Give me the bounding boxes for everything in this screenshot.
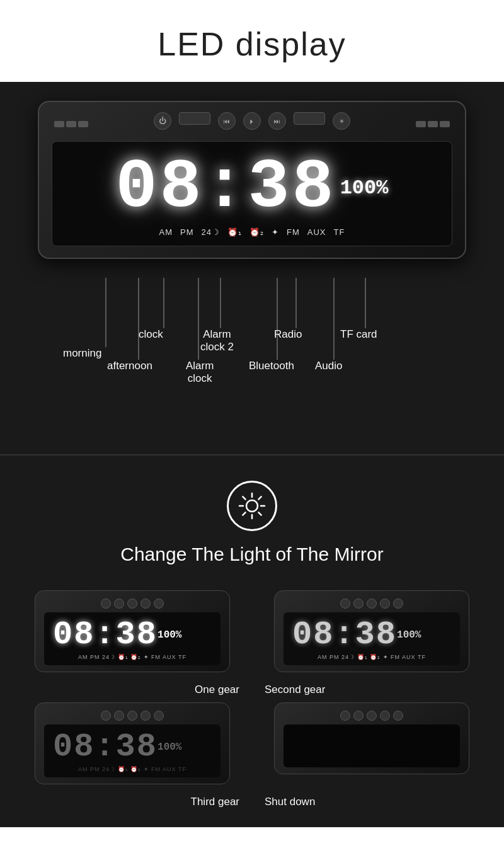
mini-indicators-second: AM PM 24☽ ⏰₁ ⏰₂ ✦ FM AUX TF bbox=[292, 654, 451, 660]
page-title: LED display bbox=[13, 25, 491, 63]
mini-btn-1 bbox=[101, 598, 111, 609]
mini-indicators-one: AM PM 24☽ ⏰₁ ⏰₂ ✦ FM AUX TF bbox=[53, 654, 212, 660]
stripe-2 bbox=[66, 121, 76, 127]
mini-btn-s3 bbox=[367, 598, 377, 609]
mini-btn-s5 bbox=[393, 598, 403, 609]
button-play[interactable]: ⏵ bbox=[243, 112, 261, 130]
indicator-tf: TF bbox=[334, 227, 345, 237]
mini-clock-off bbox=[274, 702, 469, 774]
label-clock: clock bbox=[139, 328, 163, 341]
clock-buttons-row: ⏻ ⏮ ⏵ ⏭ ☀ bbox=[154, 112, 350, 130]
mini-btn-5 bbox=[154, 598, 164, 609]
gear-label-second: Second gear bbox=[265, 684, 325, 696]
indicator-alarm2: ⏰₂ bbox=[249, 227, 264, 237]
mini-digits-third: 08:38 bbox=[53, 731, 158, 764]
right-stripe bbox=[416, 121, 450, 127]
stripe-6 bbox=[440, 121, 450, 127]
indicator-aux: AUX bbox=[307, 227, 326, 237]
mini-btn-t5 bbox=[154, 711, 164, 721]
mini-digits-one: 08:38 bbox=[53, 619, 158, 651]
mini-buttons-one bbox=[44, 598, 220, 609]
clock-time-display: 08:38 bbox=[116, 153, 336, 222]
mini-btn-3 bbox=[127, 598, 137, 609]
gear-label-second-container: Second gear bbox=[252, 684, 491, 696]
svg-line-15 bbox=[258, 512, 261, 515]
sun-icon bbox=[237, 491, 267, 521]
light-icon-circle bbox=[227, 481, 277, 531]
gear-label-off-container: Shut down bbox=[252, 796, 491, 808]
title-section: LED display bbox=[0, 0, 504, 82]
clock-indicators: AM PM 24☽ ⏰₁ ⏰₂ ✦ FM AUX TF bbox=[67, 227, 437, 237]
gear-label-one-container: One gear bbox=[13, 684, 252, 696]
indicator-alarm1: ⏰₁ bbox=[227, 227, 242, 237]
gear-cell-off bbox=[252, 696, 491, 796]
mini-btn-4 bbox=[140, 598, 151, 609]
label-radio: Radio bbox=[274, 328, 302, 341]
indicator-24h: 24☽ bbox=[202, 227, 220, 237]
button-clock[interactable] bbox=[294, 112, 325, 125]
mini-time-row-third: 08:38 100% bbox=[53, 731, 212, 764]
label-bluetooth: Bluetooth bbox=[249, 360, 294, 372]
label-alarm-clock: Alarmclock bbox=[186, 360, 214, 385]
mini-clock-third: 08:38 100% AM PM 24☽ ⏰₁ ⏰₂ ✦ FM AUX TF bbox=[35, 702, 230, 784]
button-power[interactable]: ⏻ bbox=[154, 112, 171, 130]
mini-clock-face-third: 08:38 100% AM PM 24☽ ⏰₁ ⏰₂ ✦ FM AUX TF bbox=[44, 724, 220, 777]
mini-buttons-third bbox=[44, 711, 220, 721]
mini-btn-t1 bbox=[101, 711, 111, 721]
light-section: Change The Light of The Mirror 08:38 100… bbox=[0, 455, 504, 827]
label-morning: morning bbox=[63, 347, 101, 360]
button-prev[interactable]: ⏮ bbox=[218, 112, 236, 130]
mini-btn-o2 bbox=[353, 711, 364, 721]
button-audio[interactable] bbox=[179, 112, 210, 125]
annotation-area: morning afternoon clock Alarmclock Alarm… bbox=[13, 278, 491, 416]
mini-btn-o5 bbox=[393, 711, 403, 721]
mini-time-row-second: 08:38 100% bbox=[292, 619, 451, 651]
mini-btn-s4 bbox=[380, 598, 390, 609]
gear-label-third-container: Third gear bbox=[13, 796, 252, 808]
gear-cell-one: 08:38 100% AM PM 24☽ ⏰₁ ⏰₂ ✦ FM AUX TF bbox=[13, 584, 252, 684]
mini-btn-o1 bbox=[340, 711, 350, 721]
svg-line-17 bbox=[243, 512, 245, 515]
label-afternoon: afternoon bbox=[107, 360, 152, 372]
light-section-title: Change The Light of The Mirror bbox=[13, 544, 491, 565]
stripe-4 bbox=[416, 121, 426, 127]
mini-btn-o4 bbox=[380, 711, 390, 721]
svg-line-14 bbox=[243, 496, 245, 499]
button-light[interactable]: ☀ bbox=[333, 112, 350, 130]
clock-top-bar: ⏻ ⏮ ⏵ ⏭ ☀ bbox=[52, 112, 452, 136]
clock-battery-display: 100% bbox=[340, 176, 389, 200]
mini-btn-s1 bbox=[340, 598, 350, 609]
mini-btn-s2 bbox=[353, 598, 364, 609]
mini-digits-second: 08:38 bbox=[292, 619, 397, 651]
stripe-3 bbox=[78, 121, 88, 127]
mini-time-row-one: 08:38 100% bbox=[53, 619, 212, 651]
gear-label-off: Shut down bbox=[265, 796, 315, 808]
button-next[interactable]: ⏭ bbox=[268, 112, 286, 130]
mini-buttons-off bbox=[284, 711, 460, 721]
mini-clock-face-off bbox=[284, 724, 460, 767]
left-stripe bbox=[54, 121, 88, 127]
clock-section: ⏻ ⏮ ⏵ ⏭ ☀ bbox=[0, 82, 504, 454]
mini-battery-second: 100% bbox=[397, 629, 421, 641]
svg-line-16 bbox=[258, 496, 261, 499]
mini-btn-2 bbox=[114, 598, 124, 609]
gear-cell-second: 08:38 100% AM PM 24☽ ⏰₁ ⏰₂ ✦ FM AUX TF bbox=[252, 584, 491, 684]
mini-indicators-third: AM PM 24☽ ⏰₁ ⏰₂ ✦ FM AUX TF bbox=[53, 766, 212, 772]
mini-btn-t2 bbox=[114, 711, 124, 721]
mini-battery-one: 100% bbox=[158, 629, 181, 641]
gear-grid: 08:38 100% AM PM 24☽ ⏰₁ ⏰₂ ✦ FM AUX TF bbox=[13, 584, 491, 808]
label-alarm-clock-2: Alarmclock 2 bbox=[200, 328, 234, 353]
gear-cell-third: 08:38 100% AM PM 24☽ ⏰₁ ⏰₂ ✦ FM AUX TF bbox=[13, 696, 252, 796]
indicator-bluetooth: ✦ bbox=[272, 227, 279, 237]
indicator-fm: FM bbox=[287, 227, 300, 237]
label-tf-card: TF card bbox=[340, 328, 377, 341]
mini-btn-o3 bbox=[367, 711, 377, 721]
mini-clock-second: 08:38 100% AM PM 24☽ ⏰₁ ⏰₂ ✦ FM AUX TF bbox=[274, 590, 469, 672]
mini-clock-face-second: 08:38 100% AM PM 24☽ ⏰₁ ⏰₂ ✦ FM AUX TF bbox=[284, 612, 460, 665]
label-audio: Audio bbox=[315, 360, 342, 372]
clock-face: 08:38 100% AM PM 24☽ ⏰₁ ⏰₂ ✦ FM AUX TF bbox=[52, 141, 452, 246]
mini-btn-t4 bbox=[140, 711, 151, 721]
mini-battery-third: 100% bbox=[158, 741, 181, 753]
gear-label-one: One gear bbox=[195, 684, 239, 696]
clock-device: ⏻ ⏮ ⏵ ⏭ ☀ bbox=[38, 101, 466, 259]
